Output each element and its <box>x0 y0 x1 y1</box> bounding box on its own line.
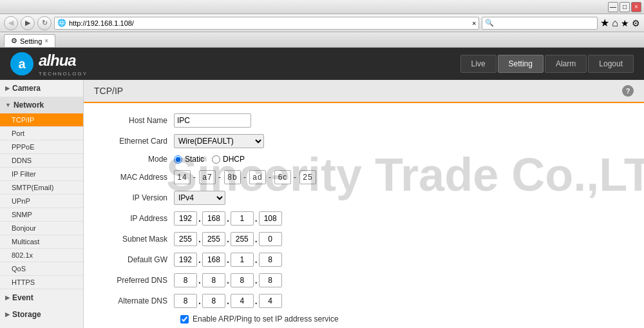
nav-live[interactable]: Live <box>460 55 497 73</box>
subnet-dot-1: . <box>198 234 201 244</box>
arp-ping-row: Enable ARP/Ping to set IP address servic… <box>180 314 631 323</box>
adns-octet-4[interactable] <box>259 294 282 308</box>
mac-part-2: a7 <box>199 170 216 184</box>
gateway-octet-2[interactable] <box>202 253 225 267</box>
subnet-dot-3: . <box>255 234 258 244</box>
header-nav: Live Setting Alarm Logout <box>460 55 634 73</box>
home-icon[interactable]: ⌂ <box>612 17 618 29</box>
ip-address-row: IP Address . . . <box>97 211 631 226</box>
mode-static-radio[interactable] <box>174 155 182 164</box>
alternate-dns-row: Alternate DNS . . . <box>97 294 631 308</box>
subnet-mask-row: Subnet Mask . . . <box>97 232 631 246</box>
sidebar-section-event[interactable]: ▶ Event <box>0 289 83 306</box>
adns-octet-2[interactable] <box>202 294 225 308</box>
nav-setting[interactable]: Setting <box>498 55 544 73</box>
pdns-octet-1[interactable] <box>174 273 197 287</box>
pdns-dot-2: . <box>227 275 229 285</box>
subnet-octet-3[interactable] <box>231 232 254 246</box>
subnet-mask-label: Subnet Mask <box>97 235 174 244</box>
maximize-button[interactable]: □ <box>620 2 630 12</box>
gateway-dot-1: . <box>198 255 201 265</box>
sidebar-section-camera[interactable]: ▶ Camera <box>0 80 83 97</box>
active-tab[interactable]: ⚙ Setting × <box>4 34 55 47</box>
refresh-button[interactable]: ↻ <box>37 16 52 30</box>
sidebar-item-port[interactable]: Port <box>0 127 83 140</box>
ip-address-group: . . . <box>174 211 282 226</box>
mac-address-row: MAC Address 14 - a7 - 8b - ad - 6c - <box>97 170 631 184</box>
sidebar-item-multicast[interactable]: Multicast <box>0 235 83 249</box>
sidebar-item-snmp[interactable]: SNMP <box>0 208 83 222</box>
mac-part-6: 25 <box>299 170 316 184</box>
ip-octet-1[interactable] <box>174 211 197 226</box>
tab-close-button[interactable]: × <box>44 37 48 44</box>
adns-octet-1[interactable] <box>174 294 197 308</box>
gateway-octet-3[interactable] <box>231 253 254 267</box>
ip-version-select[interactable]: IPv4 IPv6 <box>174 191 225 205</box>
search-icon: 🔍 <box>485 19 494 27</box>
address-bar[interactable]: 🌐 × <box>54 17 479 30</box>
pdns-octet-2[interactable] <box>202 273 225 287</box>
subnet-octet-4[interactable] <box>259 232 282 246</box>
sidebar-item-ip-filter[interactable]: IP Filter <box>0 168 83 181</box>
nav-alarm[interactable]: Alarm <box>545 55 587 73</box>
arp-ping-label: Enable ARP/Ping to set IP address servic… <box>193 314 339 323</box>
ip-address-label: IP Address <box>97 214 174 223</box>
logo-icon: a <box>10 52 33 75</box>
sidebar-item-https[interactable]: HTTPS <box>0 276 83 289</box>
pdns-octet-4[interactable] <box>259 273 282 287</box>
bookmark-icon[interactable]: ★ <box>600 17 609 29</box>
mac-address-label: MAC Address <box>97 173 174 182</box>
mac-dash-3: - <box>243 173 247 182</box>
ip-version-label: IP Version <box>97 193 174 202</box>
host-name-label: Host Name <box>97 116 174 125</box>
pdns-octet-3[interactable] <box>231 273 254 287</box>
adns-octet-3[interactable] <box>231 294 254 308</box>
back-button[interactable]: ◀ <box>4 16 18 30</box>
sidebar-item-8021x[interactable]: 802.1x <box>0 249 83 262</box>
sidebar-item-ddns[interactable]: DDNS <box>0 154 83 168</box>
ip-octet-4[interactable] <box>259 211 282 226</box>
sidebar-event-label: Event <box>12 293 33 302</box>
ip-octet-2[interactable] <box>202 211 225 226</box>
search-bar[interactable]: 🔍 <box>482 17 598 30</box>
gateway-octet-1[interactable] <box>174 253 197 267</box>
ip-octet-3[interactable] <box>231 211 254 226</box>
page-content: a alhua TECHNOLOGY Live Setting Alarm Lo… <box>0 48 644 328</box>
favorites-icon[interactable]: ★ <box>621 18 629 28</box>
browser-toolbar: ◀ ▶ ↻ 🌐 × 🔍 ★ ⌂ ★ ⚙ <box>0 14 644 32</box>
sidebar-item-upnp[interactable]: UPnP <box>0 195 83 208</box>
alternate-dns-group: . . . <box>174 294 282 308</box>
sidebar-item-tcp-ip[interactable]: TCP/IP <box>0 113 83 127</box>
gateway-octet-4[interactable] <box>259 253 282 267</box>
alternate-dns-label: Alternate DNS <box>97 296 174 305</box>
sidebar-section-network[interactable]: ▼ Network <box>0 97 83 113</box>
mac-part-1: 14 <box>174 170 191 184</box>
nav-logout[interactable]: Logout <box>588 55 634 73</box>
minimize-button[interactable]: — <box>608 2 618 12</box>
mode-dhcp-label[interactable]: DHCP <box>212 155 245 164</box>
forward-button[interactable]: ▶ <box>21 16 35 30</box>
mode-static-label[interactable]: Static <box>174 155 204 164</box>
sidebar-item-bonjour[interactable]: Bonjour <box>0 222 83 235</box>
sidebar-item-pppoe[interactable]: PPPoE <box>0 140 83 154</box>
subnet-octet-1[interactable] <box>174 232 197 246</box>
sidebar-section-system[interactable]: ▶ System <box>0 323 83 328</box>
mode-dhcp-radio[interactable] <box>212 155 220 164</box>
help-button[interactable]: ? <box>622 85 634 97</box>
gateway-dot-2: . <box>227 255 229 265</box>
sidebar-item-smtp[interactable]: SMTP(Email) <box>0 181 83 195</box>
host-name-input[interactable] <box>174 113 251 128</box>
close-button[interactable]: × <box>631 2 641 12</box>
default-gateway-row: Default GW . . . <box>97 253 631 267</box>
search-input[interactable] <box>497 19 594 27</box>
logo-sub: TECHNOLOGY <box>39 71 88 77</box>
arp-ping-checkbox[interactable] <box>180 315 189 323</box>
sidebar-item-qos[interactable]: QoS <box>0 262 83 276</box>
settings-icon[interactable]: ⚙ <box>632 18 640 28</box>
subnet-octet-2[interactable] <box>202 232 225 246</box>
address-input[interactable] <box>69 19 469 27</box>
ethernet-card-select[interactable]: Wire(DEFAULT) <box>174 134 264 148</box>
mode-dhcp-text: DHCP <box>223 155 245 164</box>
adns-dot-3: . <box>255 296 258 306</box>
sidebar-section-storage[interactable]: ▶ Storage <box>0 306 83 323</box>
